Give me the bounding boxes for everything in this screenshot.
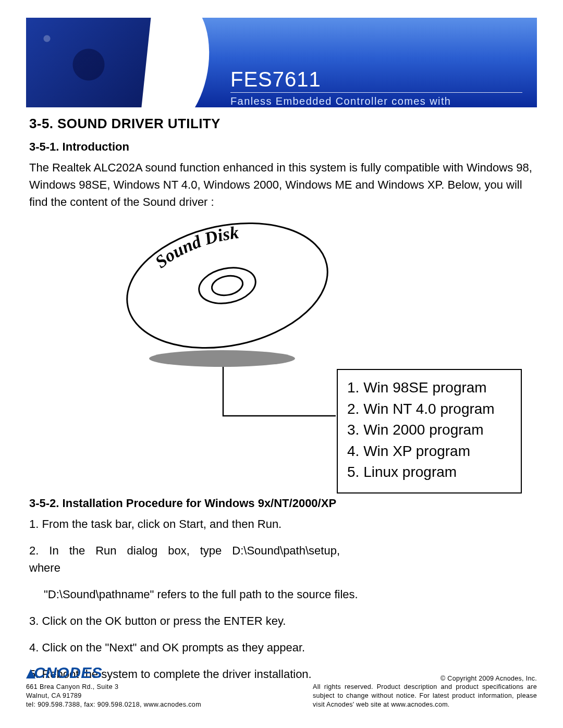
step-2: 2. In the Run dialog box, type D:\Sound\… xyxy=(29,542,534,603)
disk-figure: Sound Disk 1. Win 98SE program 2. Win NT… xyxy=(29,213,540,497)
program-item: 3. Win 2000 program xyxy=(347,419,511,441)
header-swoosh xyxy=(139,18,215,107)
header-subtitle-1: Fanless Embedded Controller comes with xyxy=(230,95,522,107)
header-banner: FES7611 Fanless Embedded Controller come… xyxy=(26,18,537,107)
logo-text: CNODES xyxy=(34,664,102,681)
svg-point-0 xyxy=(149,350,295,367)
footer-copyright-text: All rights reserved. Product description… xyxy=(313,683,537,709)
content-area: 3-5. SOUND DRIVER UTILITY 3-5-1. Introdu… xyxy=(26,116,537,683)
program-list-box: 1. Win 98SE program 2. Win NT 4.0 progra… xyxy=(337,369,522,493)
step-2-line-b: "D:\Sound\pathname" refers to the full p… xyxy=(29,586,534,603)
model-number: FES7611 xyxy=(230,68,522,91)
footer-copyright-line: © Copyright 2009 Acnodes, Inc. xyxy=(313,674,537,683)
step-4: 4. Click on the "Next" and OK prompts as… xyxy=(29,639,534,656)
subsection-1-heading: 3-5-1. Introduction xyxy=(29,140,534,154)
program-item: 1. Win 98SE program xyxy=(347,377,511,399)
header-title-block: FES7611 Fanless Embedded Controller come… xyxy=(230,68,522,107)
step-3: 3. Click on the OK button or press the E… xyxy=(29,612,534,630)
subsection-2-heading: 3-5-2. Installation Procedure for Window… xyxy=(29,497,534,510)
footer-copyright: © Copyright 2009 Acnodes, Inc. All right… xyxy=(313,674,537,710)
program-item: 4. Win XP program xyxy=(347,441,511,462)
step-2-line-a: 2. In the Run dialog box, type D:\Sound\… xyxy=(29,542,340,576)
program-item: 5. Linux program xyxy=(347,462,511,483)
logo-caret-icon xyxy=(26,669,35,678)
intro-paragraph: The Realtek ALC202A sound function enhan… xyxy=(29,159,534,211)
page-footer: CNODES 661 Brea Canyon Rd., Suite 3 Waln… xyxy=(26,664,537,709)
header-divider xyxy=(230,92,522,93)
installation-steps: 1. From the task bar, click on Start, an… xyxy=(29,515,534,683)
section-heading: 3-5. SOUND DRIVER UTILITY xyxy=(29,116,534,132)
program-item: 2. Win NT 4.0 program xyxy=(347,399,511,420)
step-1: 1. From the task bar, click on Start, an… xyxy=(29,515,534,533)
